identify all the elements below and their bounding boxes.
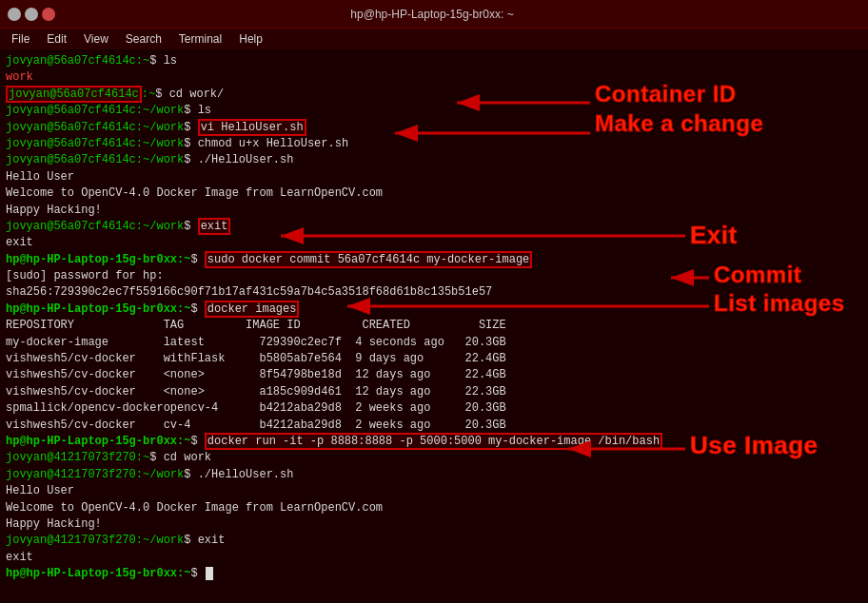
minimize-button[interactable] — [8, 8, 21, 21]
terminal-line: jovyan@56a07cf4614c:~/work$ chmod u+x He… — [6, 136, 862, 152]
terminal-line-20: vishwesh5/cv-docker <none> a185c909d461 … — [6, 384, 862, 400]
terminal-line-19: vishwesh5/cv-docker <none> 8f54798be18d … — [6, 367, 862, 383]
window-controls[interactable] — [8, 8, 55, 21]
menu-item-terminal[interactable]: Terminal — [171, 30, 229, 48]
terminal-line-17: my-docker-image latest 729390c2ec7f 4 se… — [6, 335, 862, 351]
window-title: hp@hp-HP-Laptop-15g-br0xx: ~ — [55, 8, 809, 21]
terminal-line: hp@hp-HP-Laptop-15g-br0xx:~$ — [6, 566, 862, 582]
close-button[interactable] — [42, 8, 55, 21]
terminal[interactable]: jovyan@56a07cf4614c:~$ lsworkjovyan@56a0… — [0, 49, 868, 603]
terminal-line: jovyan@56a07cf4614c:~/work$ ./HelloUser.… — [6, 152, 862, 168]
terminal-line-9: Happy Hacking! — [6, 203, 862, 219]
maximize-button[interactable] — [25, 8, 38, 21]
menu-item-view[interactable]: View — [76, 30, 116, 48]
terminal-line-1: work — [6, 69, 862, 86]
terminal-line-8: Welcome to OpenCV-4.0 Docker Image from … — [6, 185, 862, 202]
terminal-line: jovyan@41217073f270:~$ cd work — [6, 450, 862, 466]
terminal-line-30: exit — [6, 550, 862, 566]
terminal-line-28: Happy Hacking! — [6, 516, 862, 533]
terminal-line-13: [sudo] password for hp: — [6, 268, 862, 284]
terminal-line-14: sha256:729390c2ec7f559166c90f71b17af431c… — [6, 284, 862, 301]
terminal-line-18: vishwesh5/cv-docker withFlask b5805ab7e5… — [6, 351, 862, 367]
terminal-line: hp@hp-HP-Laptop-15g-br0xx:~$ docker imag… — [6, 302, 862, 318]
terminal-line: hp@hp-HP-Laptop-15g-br0xx:~$ docker run … — [6, 434, 862, 450]
terminal-line: jovyan@41217073f270:~/work$ ./HelloUser.… — [6, 467, 862, 483]
terminal-line: jovyan@41217073f270:~/work$ exit — [6, 533, 862, 549]
terminal-line-7: Hello User — [6, 169, 862, 185]
terminal-line: jovyan@56a07cf4614c:~$ cd work/ — [6, 87, 862, 103]
terminal-line: jovyan@56a07cf4614c:~$ ls — [6, 53, 862, 69]
terminal-line-22: vishwesh5/cv-docker cv-4 b4212aba29d8 2 … — [6, 418, 862, 434]
titlebar: hp@hp-HP-Laptop-15g-br0xx: ~ — [0, 0, 868, 29]
terminal-line: hp@hp-HP-Laptop-15g-br0xx:~$ sudo docker… — [6, 252, 862, 268]
menu-item-file[interactable]: File — [4, 30, 37, 48]
menu-item-edit[interactable]: Edit — [39, 30, 74, 48]
terminal-line-11: exit — [6, 235, 862, 251]
menubar: FileEditViewSearchTerminalHelp — [0, 29, 868, 49]
terminal-cursor — [206, 567, 213, 580]
terminal-line-16: REPOSITORY TAG IMAGE ID CREATED SIZE — [6, 318, 862, 334]
terminal-line-21: spmallick/opencv-dockeropencv-4 b4212aba… — [6, 400, 862, 417]
terminal-line-27: Welcome to OpenCV-4.0 Docker Image from … — [6, 500, 862, 516]
terminal-line: jovyan@56a07cf4614c:~/work$ vi HelloUser… — [6, 120, 862, 136]
terminal-line-26: Hello User — [6, 483, 862, 499]
terminal-line: jovyan@56a07cf4614c:~/work$ exit — [6, 219, 862, 235]
terminal-line: jovyan@56a07cf4614c:~/work$ ls — [6, 103, 862, 119]
menu-item-search[interactable]: Search — [118, 30, 169, 48]
menu-item-help[interactable]: Help — [231, 30, 270, 48]
